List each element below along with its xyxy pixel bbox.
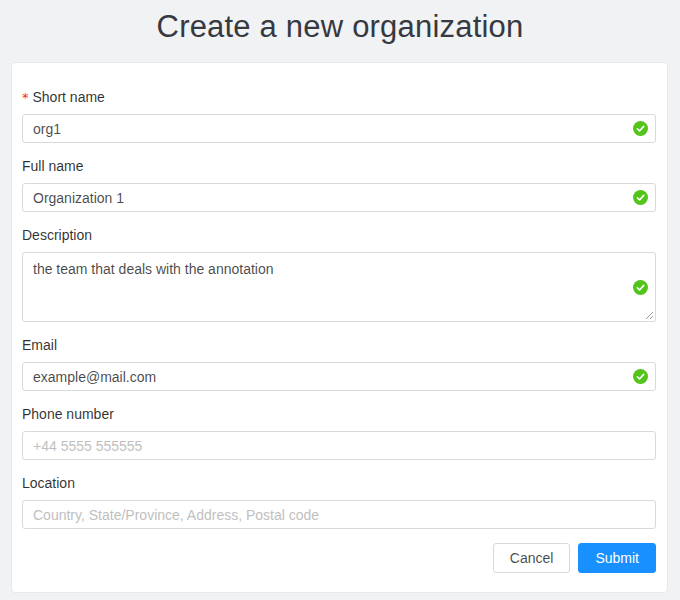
field-label-text: Description — [22, 227, 92, 243]
field-label-email: Email — [22, 335, 656, 356]
field-label-description: Description — [22, 225, 656, 246]
form-item-location: Location — [22, 473, 656, 529]
create-organization-card: *Short name Full name Description the te… — [11, 62, 668, 593]
phone-number-input[interactable] — [22, 431, 656, 460]
form-actions: Cancel Submit — [22, 543, 656, 573]
field-label-short-name: *Short name — [22, 87, 656, 108]
field-label-text: Full name — [22, 158, 83, 174]
form-item-full-name: Full name — [22, 156, 656, 212]
field-label-text: Location — [22, 475, 75, 491]
field-label-location: Location — [22, 473, 656, 494]
form-item-email: Email — [22, 335, 656, 391]
form-item-short-name: *Short name — [22, 87, 656, 143]
field-label-text: Email — [22, 337, 57, 353]
location-input[interactable] — [22, 500, 656, 529]
field-label-text: Short name — [33, 89, 105, 105]
field-label-phone-number: Phone number — [22, 404, 656, 425]
submit-button[interactable]: Submit — [578, 543, 656, 573]
textarea-resize-handle[interactable] — [643, 309, 654, 320]
email-input[interactable] — [22, 362, 656, 391]
full-name-control — [22, 183, 656, 212]
page-title: Create a new organization — [0, 0, 680, 45]
short-name-input[interactable] — [22, 114, 656, 143]
form-item-description: Description the team that deals with the… — [22, 225, 656, 322]
cancel-button[interactable]: Cancel — [493, 543, 571, 573]
description-textarea[interactable]: the team that deals with the annotation — [22, 252, 656, 322]
phone-number-control — [22, 431, 656, 460]
form-item-phone-number: Phone number — [22, 404, 656, 460]
full-name-input[interactable] — [22, 183, 656, 212]
short-name-control — [22, 114, 656, 143]
description-control: the team that deals with the annotation — [22, 252, 656, 322]
required-asterisk: * — [22, 90, 29, 105]
email-control — [22, 362, 656, 391]
field-label-text: Phone number — [22, 406, 114, 422]
location-control — [22, 500, 656, 529]
field-label-full-name: Full name — [22, 156, 656, 177]
